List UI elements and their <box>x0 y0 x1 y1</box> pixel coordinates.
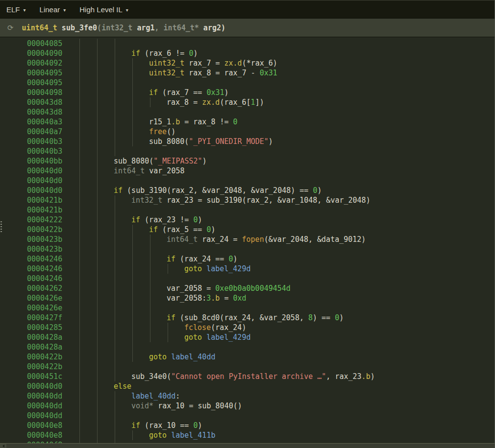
token[interactable]: zx.d <box>202 98 220 107</box>
token[interactable]: ) <box>211 225 215 234</box>
code-line[interactable]: 000040d0int64_t var_2058 <box>0 166 495 176</box>
address[interactable]: 0000423b <box>27 235 62 244</box>
token[interactable]: label_429d <box>206 264 250 273</box>
binary-format-dropdown[interactable]: ELF ▾ <box>6 5 26 14</box>
token[interactable]: ) <box>233 255 237 263</box>
token[interactable]: goto <box>184 264 206 273</box>
code-line[interactable]: 00004285fclose(rax_24) <box>0 323 495 332</box>
code-line[interactable]: 00004092uint32_t rax_7 = zx.d(*rax_6) <box>0 58 495 68</box>
token[interactable]: ) <box>221 24 225 32</box>
token[interactable]: 0 <box>233 118 238 126</box>
token[interactable]: (*rax_6) <box>242 59 277 68</box>
address[interactable]: 00004098 <box>27 88 62 97</box>
address[interactable]: 0000451c <box>27 372 62 381</box>
code-line[interactable]: 000040e8goto label_411b <box>0 430 495 440</box>
address[interactable]: 00004085 <box>27 39 62 48</box>
token[interactable]: rax_10 = sub_8040() <box>158 401 242 410</box>
code-line[interactable]: 000040b3 <box>0 146 495 156</box>
token[interactable]: goto <box>184 333 206 342</box>
token[interactable]: () <box>167 127 175 136</box>
code-line[interactable]: 0000451csub_34e0("Cannot open PyInstalle… <box>0 372 495 381</box>
code-line[interactable]: 0000423bint64_t rax_24 = fopen(&var_2048… <box>0 235 495 244</box>
token[interactable]: fclose <box>184 323 211 332</box>
token[interactable]: (&var_2048, &data_9012) <box>264 235 366 244</box>
token[interactable]: = <box>220 294 233 303</box>
token[interactable]: if <box>149 88 162 97</box>
token[interactable]: (rax_24 == <box>180 255 228 263</box>
token[interactable]: .b <box>362 372 371 381</box>
code-line[interactable]: 00004246goto label_429d <box>0 264 495 274</box>
code-line[interactable]: 0000422bif (rax_5 == 0) <box>0 225 495 235</box>
address[interactable]: 0000422b <box>27 225 62 235</box>
token[interactable]: "_PYI_ONEDIR_MODE" <box>189 137 269 146</box>
code-line[interactable]: 000040ddvoid* rax_10 = sub_8040() <box>0 401 495 411</box>
token[interactable]: var_2058 = <box>167 284 215 293</box>
code-line[interactable]: 0000422bgoto label_40dd <box>0 352 495 362</box>
code-line[interactable]: 000040a7free() <box>0 127 495 137</box>
token[interactable]: (sub_8cd0(rax_24, &var_2058, <box>180 313 308 322</box>
token[interactable]: sub_8080( <box>149 137 189 146</box>
code-line[interactable]: 0000427fif (sub_8cd0(rax_24, &var_2058, … <box>0 313 495 323</box>
address[interactable]: 0000421b <box>27 205 62 215</box>
scroll-left-button[interactable] <box>0 444 6 448</box>
address[interactable]: 000040dd <box>27 411 62 421</box>
address[interactable]: 000040b3 <box>27 146 62 156</box>
token[interactable]: zx.d <box>224 59 242 68</box>
token[interactable]: arg1 <box>137 24 154 32</box>
code-line[interactable]: 0000426evar_2058:3.b = 0xd <box>0 293 495 303</box>
code-line[interactable]: 0000428agoto label_429d <box>0 332 495 342</box>
token[interactable]: ( <box>97 24 101 32</box>
token[interactable]: ) <box>198 215 202 224</box>
token[interactable]: int64_t <box>114 166 149 175</box>
token[interactable]: : <box>175 392 180 401</box>
token[interactable]: (rax_6[ <box>220 98 250 107</box>
code-line[interactable]: 000043d8rax_8 = zx.d(rax_6[1]) <box>0 97 495 107</box>
token[interactable]: .b <box>211 294 220 303</box>
code-line[interactable]: 000040bbsub_8080("_MEIPASS2") <box>0 156 495 166</box>
pane-splitter-handle[interactable] <box>0 221 2 233</box>
address[interactable]: 0000423b <box>27 244 62 254</box>
address[interactable]: 00004285 <box>27 323 62 332</box>
horizontal-scrollbar[interactable] <box>0 443 495 448</box>
token[interactable]: (rax_6 != <box>145 49 189 58</box>
token[interactable]: free <box>149 127 167 136</box>
address[interactable]: 000040dd <box>27 401 62 411</box>
code-line[interactable]: 00004095uint32_t rax_8 = rax_7 - 0x31 <box>0 68 495 78</box>
token[interactable]: r15_1 <box>149 118 171 126</box>
code-line[interactable]: 000040b3sub_8080("_PYI_ONEDIR_MODE") <box>0 137 495 146</box>
token[interactable]: 0 <box>335 313 339 322</box>
token[interactable]: sub_3fe0 <box>62 24 97 32</box>
address[interactable]: 000040a3 <box>27 117 62 127</box>
token[interactable]: label_429d <box>206 333 250 342</box>
code-line[interactable]: 0000421bint32_t rax_23 = sub_3190(rax_2,… <box>0 195 495 205</box>
token[interactable]: uint32_t <box>149 59 189 68</box>
token[interactable]: 0x31 <box>260 69 277 77</box>
token[interactable]: else <box>114 382 131 391</box>
token[interactable]: if <box>131 215 145 224</box>
address[interactable]: 000040dd <box>27 391 62 401</box>
code-line[interactable]: 000040ddlabel_40dd: <box>0 391 495 401</box>
token[interactable]: 0x31 <box>206 88 224 97</box>
address[interactable]: 0000422b <box>27 352 62 362</box>
code-line[interactable]: 0000426e <box>0 303 495 313</box>
address[interactable]: 0000422b <box>27 362 62 372</box>
token[interactable]: var_2058 <box>149 166 184 175</box>
token[interactable]: ) <box>224 88 229 97</box>
code-line[interactable]: 00004095 <box>0 78 495 88</box>
code-line[interactable]: 00004098if (rax_7 == 0x31) <box>0 88 495 97</box>
address[interactable]: 00004095 <box>27 78 62 88</box>
token[interactable]: arg2 <box>203 24 221 32</box>
token[interactable]: sub_34e0( <box>131 372 171 381</box>
token[interactable]: (sub_3190(rax_2, &var_2048, &var_2048) =… <box>127 186 313 195</box>
token[interactable]: if <box>114 186 127 195</box>
code-line[interactable]: 000040d0else <box>0 381 495 391</box>
token[interactable]: (rax_23 != <box>145 215 193 224</box>
token[interactable]: goto <box>149 431 171 440</box>
token[interactable]: = rax_8 != <box>180 118 233 126</box>
token[interactable]: int64_t <box>167 235 202 244</box>
function-signature[interactable]: uint64_t sub_3fe0(int32_t arg1, int64_t*… <box>22 24 225 32</box>
token[interactable]: , rax_23 <box>326 372 361 381</box>
address[interactable]: 0000428a <box>27 332 62 342</box>
address[interactable]: 000040b3 <box>27 137 62 146</box>
token[interactable]: int64_t* <box>164 24 203 32</box>
